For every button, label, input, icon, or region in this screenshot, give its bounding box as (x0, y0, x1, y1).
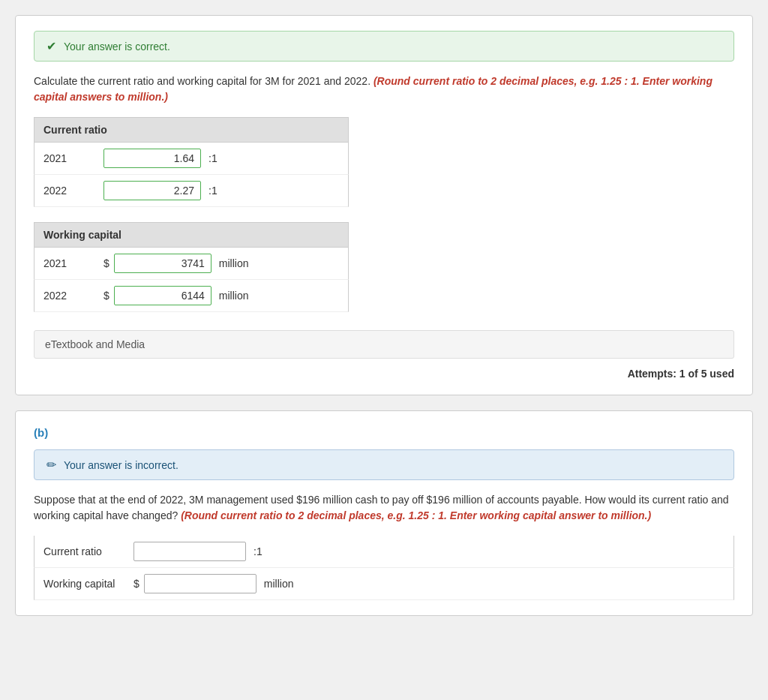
instruction-main: Calculate the current ratio and working … (34, 75, 370, 87)
wc-2021-suffix: million (219, 257, 249, 269)
wc-2022-input[interactable] (114, 286, 212, 305)
b-instruction-text: Suppose that at the end of 2022, 3M mana… (34, 492, 734, 524)
incorrect-message: Your answer is incorrect. (64, 459, 178, 471)
correct-banner: ✔ Your answer is correct. (34, 31, 734, 62)
b-dollar-sign: $ (134, 578, 140, 590)
cr-row-2021: 2021 :1 (34, 143, 349, 175)
current-ratio-header: Current ratio (34, 117, 349, 143)
b-instruction-red: (Round current ratio to 2 decimal places… (181, 509, 651, 521)
year-2022-cr: 2022 (44, 185, 104, 197)
b-cr-row: Current ratio :1 (34, 536, 734, 568)
wc-2021-input[interactable] (114, 254, 212, 273)
b-wc-row: Working capital $ million (34, 568, 734, 600)
incorrect-banner: ✏ Your answer is incorrect. (34, 449, 734, 480)
checkmark-icon: ✔ (46, 39, 56, 53)
b-wc-suffix: million (264, 578, 294, 590)
wc-row-2021: 2021 $ million (34, 248, 349, 280)
year-2021-cr: 2021 (44, 152, 104, 164)
part-b-label: (b) (34, 426, 734, 439)
wc-row-2022: 2022 $ million (34, 280, 349, 312)
current-ratio-table: Current ratio 2021 :1 2022 :1 (34, 117, 349, 207)
b-wc-input[interactable] (144, 574, 256, 593)
cr-2021-input[interactable] (104, 149, 201, 168)
pencil-icon: ✏ (46, 458, 56, 472)
cr-2021-suffix: :1 (208, 152, 218, 164)
b-cr-label: Current ratio (44, 545, 134, 557)
correct-message: Your answer is correct. (64, 41, 170, 53)
wc-2022-suffix: million (219, 290, 249, 302)
b-cr-suffix: :1 (254, 545, 262, 557)
section-b: (b) ✏ Your answer is incorrect. Suppose … (15, 410, 753, 616)
cr-2022-input[interactable] (104, 181, 201, 200)
dollar-sign-2021: $ (104, 257, 110, 269)
b-wc-label: Working capital (44, 578, 134, 590)
cr-row-2022: 2022 :1 (34, 175, 349, 207)
section-a: ✔ Your answer is correct. Calculate the … (15, 15, 753, 395)
year-2022-wc: 2022 (44, 290, 104, 302)
etextbook-bar[interactable]: eTextbook and Media (34, 330, 734, 359)
year-2021-wc: 2021 (44, 257, 104, 269)
dollar-sign-2022: $ (104, 290, 110, 302)
attempts-text: Attempts: 1 of 5 used (34, 368, 734, 380)
cr-2022-suffix: :1 (208, 185, 218, 197)
instruction-text: Calculate the current ratio and working … (34, 74, 734, 105)
working-capital-header: Working capital (34, 222, 349, 248)
b-cr-input[interactable] (134, 542, 246, 561)
working-capital-table: Working capital 2021 $ million 2022 $ mi… (34, 222, 349, 312)
